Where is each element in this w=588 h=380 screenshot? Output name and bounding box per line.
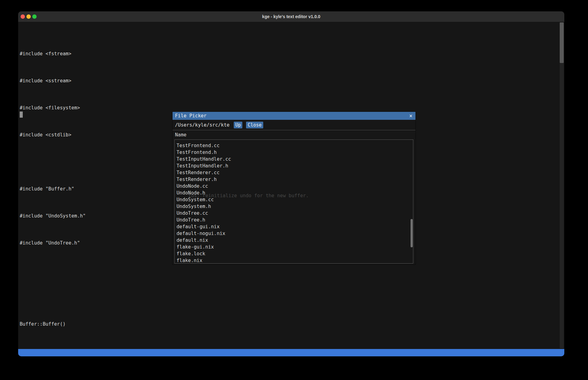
file-item[interactable]: default-nogui.nix xyxy=(177,230,413,237)
close-button[interactable]: Close xyxy=(246,122,263,128)
file-list-scrollbar-thumb[interactable] xyxy=(411,219,413,247)
code-line[interactable] xyxy=(20,294,220,300)
file-item[interactable]: UndoTree.h xyxy=(177,217,413,223)
file-list: TestFrontend.cc TestFrontend.h TestInput… xyxy=(174,139,413,264)
file-item[interactable]: TestRenderer.cc xyxy=(177,169,413,176)
file-item[interactable]: UndoTree.cc xyxy=(177,210,413,217)
window-titlebar[interactable]: kge - kyle's text editor v1.0.0 xyxy=(18,11,564,22)
file-item[interactable]: UndoNode.cc xyxy=(177,183,413,190)
dialog-title: File Picker xyxy=(175,112,207,120)
close-window-button[interactable] xyxy=(21,14,25,19)
dialog-close-icon[interactable]: × xyxy=(409,112,412,120)
code-line[interactable]: #include <fstream> xyxy=(20,50,220,57)
file-item[interactable]: TestFrontend.cc xyxy=(177,142,413,149)
name-column-header: Name xyxy=(173,130,415,139)
code-line[interactable]: #include <sstream> xyxy=(20,77,220,84)
dialog-path-row: /Users/kyle/src/kte Up Close xyxy=(173,120,415,130)
window-title: kge - kyle's text editor v1.0.0 xyxy=(18,11,564,22)
file-item[interactable]: flake.lock xyxy=(177,250,413,257)
file-item[interactable]: TestFrontend.h xyxy=(177,149,413,156)
status-bar: kge v1.0.0 [1/1] Buffer.cc 486L Open Fil… xyxy=(18,349,564,356)
file-item[interactable]: UndoSystem.cc xyxy=(177,196,413,203)
code-line[interactable] xyxy=(20,267,220,273)
file-item[interactable]: flake.nix xyxy=(177,257,413,264)
code-line[interactable]: #include <filesystem> xyxy=(20,104,220,111)
file-item[interactable]: TestInputHandler.h xyxy=(177,163,413,169)
editor-scrollbar-thumb[interactable] xyxy=(560,22,564,63)
editor-window: kge - kyle's text editor v1.0.0 #include… xyxy=(18,11,564,356)
file-item[interactable]: TestRenderer.h xyxy=(177,176,413,183)
minimize-window-button[interactable] xyxy=(26,14,31,19)
text-cursor xyxy=(20,112,23,118)
file-item[interactable]: UndoNode.h xyxy=(177,190,413,196)
up-button[interactable]: Up xyxy=(234,122,242,128)
code-line[interactable]: Buffer::Buffer() xyxy=(20,321,220,327)
file-item[interactable]: flake-gui.nix xyxy=(177,244,413,250)
file-item[interactable]: default.nix xyxy=(177,237,413,244)
file-item[interactable]: default-gui.nix xyxy=(177,223,413,230)
current-path: /Users/kyle/src/kte xyxy=(175,122,229,128)
dialog-titlebar[interactable]: File Picker × xyxy=(173,112,415,120)
file-item[interactable]: UndoSystem.h xyxy=(177,203,413,210)
file-picker-dialog: File Picker × /Users/kyle/src/kte Up Clo… xyxy=(173,112,415,264)
editor-scrollbar[interactable] xyxy=(560,22,564,348)
file-item[interactable]: TestInputHandler.cc xyxy=(177,156,413,163)
zoom-window-button[interactable] xyxy=(32,14,37,19)
